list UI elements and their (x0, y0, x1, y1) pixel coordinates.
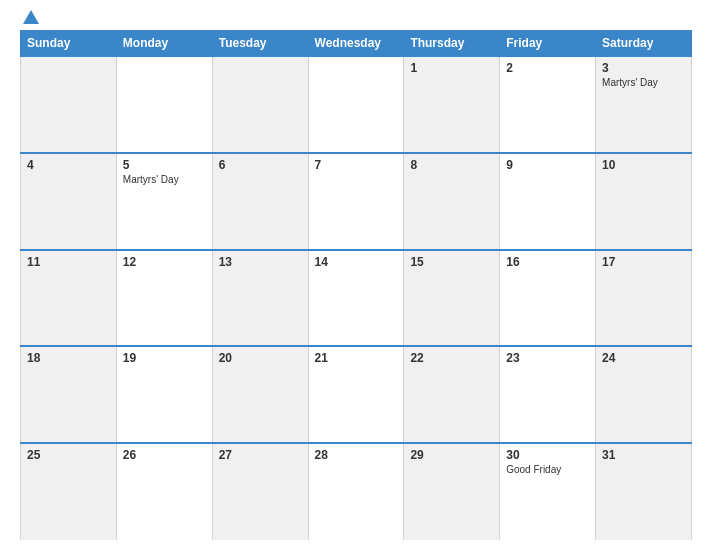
calendar-cell: 1 (404, 56, 500, 153)
weekday-monday: Monday (116, 31, 212, 57)
day-number: 20 (219, 351, 302, 365)
calendar-cell: 31 (596, 443, 692, 540)
calendar-cell: 19 (116, 346, 212, 443)
calendar-cell: 20 (212, 346, 308, 443)
calendar-cell: 25 (21, 443, 117, 540)
calendar-cell: 28 (308, 443, 404, 540)
calendar-cell: 2 (500, 56, 596, 153)
holiday-name: Good Friday (506, 464, 589, 475)
day-number: 23 (506, 351, 589, 365)
calendar-cell (116, 56, 212, 153)
day-number: 11 (27, 255, 110, 269)
weekday-header-row: SundayMondayTuesdayWednesdayThursdayFrid… (21, 31, 692, 57)
calendar-cell: 10 (596, 153, 692, 250)
day-number: 15 (410, 255, 493, 269)
day-number: 4 (27, 158, 110, 172)
weekday-tuesday: Tuesday (212, 31, 308, 57)
day-number: 7 (315, 158, 398, 172)
calendar-cell: 29 (404, 443, 500, 540)
day-number: 1 (410, 61, 493, 75)
calendar-week-1: 123Martyrs' Day (21, 56, 692, 153)
weekday-friday: Friday (500, 31, 596, 57)
calendar-cell: 7 (308, 153, 404, 250)
day-number: 16 (506, 255, 589, 269)
calendar-cell: 30Good Friday (500, 443, 596, 540)
calendar-cell: 23 (500, 346, 596, 443)
day-number: 3 (602, 61, 685, 75)
calendar-week-4: 18192021222324 (21, 346, 692, 443)
day-number: 27 (219, 448, 302, 462)
day-number: 21 (315, 351, 398, 365)
logo (20, 10, 39, 24)
weekday-sunday: Sunday (21, 31, 117, 57)
calendar-cell: 5Martyrs' Day (116, 153, 212, 250)
calendar-cell: 4 (21, 153, 117, 250)
day-number: 28 (315, 448, 398, 462)
logo-triangle-icon (23, 10, 39, 24)
calendar-cell (21, 56, 117, 153)
holiday-name: Martyrs' Day (123, 174, 206, 185)
day-number: 13 (219, 255, 302, 269)
calendar-cell: 8 (404, 153, 500, 250)
weekday-thursday: Thursday (404, 31, 500, 57)
calendar-cell: 24 (596, 346, 692, 443)
day-number: 12 (123, 255, 206, 269)
day-number: 17 (602, 255, 685, 269)
calendar-table: SundayMondayTuesdayWednesdayThursdayFrid… (20, 30, 692, 540)
holiday-name: Martyrs' Day (602, 77, 685, 88)
calendar-cell: 14 (308, 250, 404, 347)
day-number: 25 (27, 448, 110, 462)
day-number: 24 (602, 351, 685, 365)
calendar-cell: 15 (404, 250, 500, 347)
calendar-cell (212, 56, 308, 153)
calendar-week-5: 252627282930Good Friday31 (21, 443, 692, 540)
day-number: 22 (410, 351, 493, 365)
day-number: 26 (123, 448, 206, 462)
day-number: 5 (123, 158, 206, 172)
day-number: 8 (410, 158, 493, 172)
day-number: 31 (602, 448, 685, 462)
calendar-cell: 26 (116, 443, 212, 540)
calendar-week-3: 11121314151617 (21, 250, 692, 347)
calendar-header (20, 10, 692, 24)
day-number: 9 (506, 158, 589, 172)
calendar-cell: 18 (21, 346, 117, 443)
day-number: 2 (506, 61, 589, 75)
calendar-cell: 13 (212, 250, 308, 347)
calendar-cell: 16 (500, 250, 596, 347)
calendar-cell: 11 (21, 250, 117, 347)
calendar-week-2: 45Martyrs' Day678910 (21, 153, 692, 250)
day-number: 30 (506, 448, 589, 462)
weekday-saturday: Saturday (596, 31, 692, 57)
calendar-cell: 9 (500, 153, 596, 250)
day-number: 10 (602, 158, 685, 172)
calendar-cell (308, 56, 404, 153)
calendar-cell: 6 (212, 153, 308, 250)
calendar-cell: 27 (212, 443, 308, 540)
calendar-cell: 12 (116, 250, 212, 347)
calendar-cell: 22 (404, 346, 500, 443)
calendar-cell: 3Martyrs' Day (596, 56, 692, 153)
calendar-cell: 17 (596, 250, 692, 347)
day-number: 18 (27, 351, 110, 365)
day-number: 19 (123, 351, 206, 365)
calendar-cell: 21 (308, 346, 404, 443)
weekday-wednesday: Wednesday (308, 31, 404, 57)
day-number: 6 (219, 158, 302, 172)
day-number: 14 (315, 255, 398, 269)
day-number: 29 (410, 448, 493, 462)
